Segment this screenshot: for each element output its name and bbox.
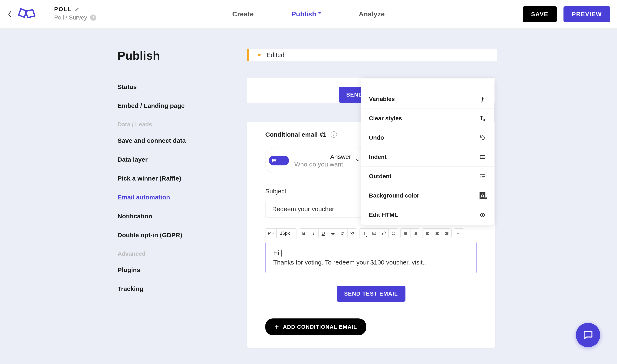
superscript-button[interactable]: x2 [338,229,347,238]
conditional-email-title: Conditional email #1 [265,131,327,138]
dropdown-variables[interactable]: Variables f [361,90,494,109]
fontsize-select[interactable]: 16px [276,229,296,238]
answer-selector[interactable]: Answer Who do you want … [265,148,367,173]
sidebar-cat-data: Data / Leads [117,121,231,128]
poll-subtitle: Poll / Survey [54,14,87,21]
answer-label: Answer [330,153,351,160]
editor-more-dropdown: Variables f Clear styles Tx Undo Indent … [361,78,494,225]
svg-point-3 [272,159,273,159]
dropdown-outdent[interactable]: Outdent [361,167,494,186]
ordered-list-button[interactable]: 123 [410,229,420,238]
save-button[interactable]: SAVE [523,6,557,22]
strike-button[interactable]: S [328,229,338,238]
dropdown-spacer [361,78,494,90]
status-bar: Edited [247,49,497,61]
info-icon[interactable]: i [90,14,96,21]
svg-point-9 [393,233,393,234]
sidebar-gdpr[interactable]: Double opt-in (GDPR) [117,232,231,239]
align-left-button[interactable] [423,229,432,238]
status-text: Edited [267,52,284,59]
title-block: POLL Poll / Survey i [54,6,96,21]
dropdown-bgcolor[interactable]: Background color A [361,186,494,205]
pencil-icon[interactable] [75,7,79,12]
text-color-button[interactable]: T [360,229,369,238]
dropdown-undo[interactable]: Undo [361,128,494,147]
align-right-button[interactable] [442,229,451,238]
answer-sub: Who do you want … [295,161,351,168]
italic-button[interactable]: I [309,229,318,238]
editor-cursor [282,250,282,257]
code-icon [479,211,486,219]
sidebar-raffle[interactable]: Pick a winner (Raffle) [117,175,231,182]
editor-toolbar: P 16px B I U S x2 x2 T 123 [265,228,477,238]
add-conditional-email-button[interactable]: + ADD CONDITIONAL EMAIL [265,318,366,335]
sidebar-status[interactable]: Status [117,83,231,91]
dropdown-indent[interactable]: Indent [361,147,494,167]
svg-point-8 [392,232,395,235]
bold-button[interactable]: B [299,229,309,238]
svg-point-15 [404,234,404,235]
toggle-pill[interactable] [269,156,289,165]
svg-point-32 [458,233,458,234]
back-chevron-icon[interactable] [7,11,13,17]
preview-button[interactable]: PREVIEW [564,6,610,22]
link-button[interactable] [379,229,388,238]
tab-create[interactable]: Create [232,10,254,18]
svg-point-5 [272,162,273,162]
tab-analyze[interactable]: Analyze [359,10,385,18]
sidebar-data-layer[interactable]: Data layer [117,156,231,163]
sidebar-plugins[interactable]: Plugins [117,266,231,273]
chevron-down-icon[interactable] [355,158,360,164]
svg-text:3: 3 [414,234,414,235]
topbar: POLL Poll / Survey i Create Publish * An… [0,0,617,28]
sidebar: Publish Status Embed / Landing page Data… [117,49,231,304]
svg-point-34 [460,233,460,234]
tab-publish[interactable]: Publish * [292,10,321,18]
sidebar-email-automation[interactable]: Email automation [117,194,231,201]
dropdown-edit-html[interactable]: Edit HTML [361,205,494,225]
image-button[interactable] [369,229,379,238]
align-center-button[interactable] [432,229,442,238]
editor-line1: Hi [273,249,281,256]
poll-title: POLL [54,6,72,13]
svg-point-4 [272,160,273,161]
svg-point-13 [404,233,404,234]
send-test-bottom-button[interactable]: SEND TEST EMAIL [337,286,406,302]
page-title: Publish [117,49,231,62]
plus-icon: + [274,323,279,331]
sidebar-embed[interactable]: Embed / Landing page [117,102,231,109]
sidebar-tracking[interactable]: Tracking [117,285,231,292]
svg-point-33 [459,233,459,234]
emoji-button[interactable] [388,229,398,238]
nav-tabs: Create Publish * Analyze [232,10,385,18]
subscript-button[interactable]: x2 [347,229,357,238]
undo-icon [479,134,486,141]
email-body-editor[interactable]: Hi Thanks for voting. To redeem your $10… [265,242,477,273]
dropdown-clear-styles[interactable]: Clear styles Tx [361,109,494,128]
app-logo[interactable] [14,2,38,26]
bgcolor-icon: A [479,192,486,199]
more-button[interactable] [454,229,463,238]
editor-line2: Thanks for voting. To redeem your $100 v… [273,258,469,267]
add-conditional-label: ADD CONDITIONAL EMAIL [283,324,357,330]
sidebar-notification[interactable]: Notification [117,213,231,220]
paragraph-select[interactable]: P [266,229,276,238]
outdent-icon [479,173,486,180]
svg-point-11 [404,232,404,233]
sidebar-save-connect[interactable]: Save and connect data [117,137,231,144]
clear-styles-icon: Tx [479,115,486,122]
indent-icon [479,154,486,161]
underline-button[interactable]: U [318,229,328,238]
unordered-list-button[interactable] [401,229,410,238]
svg-point-10 [394,233,394,234]
sidebar-cat-advanced: Advanced [117,250,231,257]
info-icon[interactable]: i [331,131,337,138]
function-icon: f [479,95,486,103]
chat-fab[interactable] [576,323,600,347]
